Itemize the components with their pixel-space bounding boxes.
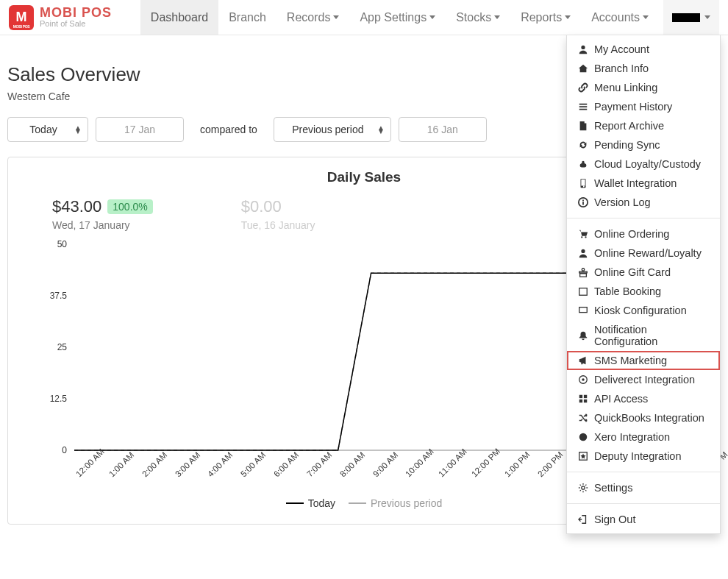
dropdown-sms-marketing[interactable]: SMS Marketing: [567, 351, 720, 370]
previous-date-label: Tue, 16 January: [241, 219, 315, 231]
grid-icon: [577, 394, 588, 404]
dropdown-payment-history[interactable]: Payment History: [567, 97, 720, 116]
svg-point-4: [581, 236, 582, 238]
dropdown-item-label: Online Reward/Loyalty: [594, 247, 702, 259]
x-tick: 7:00 AM: [305, 450, 333, 478]
dropdown-deliverect-integration[interactable]: Deliverect Integration: [567, 370, 720, 389]
x-tick: 3:00 AM: [174, 450, 201, 478]
dropdown-item-label: Menu Linking: [594, 82, 657, 93]
nav-reports[interactable]: Reports: [510, 0, 581, 35]
nav-dashboard[interactable]: Dashboard: [140, 0, 218, 35]
dropdown-wallet-integration[interactable]: Wallet Integration: [567, 174, 720, 193]
dropdown-quickbooks-integration[interactable]: QuickBooks Integration: [567, 408, 720, 427]
svg-rect-0: [581, 180, 585, 186]
dropdown-online-ordering[interactable]: Online Ordering: [567, 224, 720, 244]
svg-rect-12: [579, 399, 582, 402]
svg-rect-2: [582, 202, 584, 205]
updown-icon: ▲▼: [377, 126, 385, 133]
cart-icon: [577, 229, 588, 239]
svg-rect-7: [579, 308, 587, 313]
dropdown-table-booking[interactable]: Table Booking: [567, 282, 720, 301]
dropdown-menu-linking[interactable]: Menu Linking: [567, 78, 720, 97]
home-icon: [577, 63, 588, 74]
nav-records[interactable]: Records: [276, 0, 350, 35]
dropdown-item-label: Deputy Integration: [594, 450, 682, 462]
cloud-user-icon: [577, 159, 588, 169]
bullhorn-icon: [577, 355, 588, 366]
current-summary: $43.00 100.0% Wed, 17 January: [52, 197, 153, 231]
dropdown-deputy-integration[interactable]: Deputy Integration: [567, 447, 720, 466]
dropdown-sign-out[interactable]: Sign Out: [567, 510, 720, 529]
y-axis: 012.52537.550: [45, 244, 71, 450]
brand-subtitle: Point of Sale: [40, 20, 112, 29]
nav-label: Records: [287, 11, 331, 24]
nav-branch[interactable]: Branch: [218, 0, 276, 35]
svg-point-5: [585, 236, 586, 238]
dropdown-online-gift-card[interactable]: Online Gift Card: [567, 263, 720, 282]
link-icon: [577, 82, 588, 93]
compare-range-value: Previous period: [292, 124, 363, 135]
dropdown-my-account[interactable]: My Account: [567, 40, 720, 59]
date-input[interactable]: 17 Jan: [96, 117, 184, 142]
dropdown-item-label: API Access: [594, 393, 648, 405]
dropdown-item-label: Settings: [594, 482, 632, 494]
dropdown-pending-sync[interactable]: Pending Sync: [567, 135, 720, 154]
x-tick: 11:00 AM: [437, 447, 468, 479]
svg-rect-11: [583, 395, 586, 398]
y-tick: 0: [62, 445, 67, 455]
dropdown-api-access[interactable]: API Access: [567, 389, 720, 408]
compare-date-input[interactable]: 16 Jan: [399, 117, 487, 142]
x-tick: 12:00 PM: [470, 447, 502, 478]
dropdown-item-label: Payment History: [594, 101, 672, 113]
nav-label: Branch: [229, 11, 266, 24]
dropdown-xero-integration[interactable]: Xero Integration: [567, 427, 720, 447]
gear-icon: [577, 483, 588, 493]
dropdown-item-label: My Account: [594, 43, 649, 55]
bell-icon: [577, 330, 588, 341]
y-tick: 50: [57, 239, 67, 249]
dropdown-notification-configuration[interactable]: Notification Configuration: [567, 320, 720, 351]
range-select[interactable]: Today ▲▼: [7, 117, 88, 142]
desktop-icon: [577, 305, 588, 316]
dropdown-report-archive[interactable]: Report Archive: [567, 116, 720, 135]
dropdown-branch-info[interactable]: Branch Info: [567, 59, 720, 78]
date-input-value: 17 Jan: [124, 124, 155, 135]
brand[interactable]: M MOBI POS MOBI POS Point of Sale: [9, 5, 112, 30]
dropdown-item-label: Branch Info: [594, 63, 649, 74]
caret-down-icon: [643, 15, 649, 19]
x-tick: 1:00 PM: [503, 450, 532, 479]
user-icon: [577, 44, 588, 54]
dropdown-item-label: Report Archive: [594, 120, 664, 132]
info-icon: [577, 197, 588, 207]
username-redacted: [672, 13, 700, 22]
dropdown-item-label: Wallet Integration: [594, 177, 677, 189]
nav-accounts[interactable]: Accounts: [581, 0, 659, 35]
legend-label-previous: Previous period: [371, 497, 442, 509]
svg-point-14: [579, 433, 587, 441]
dropdown-cloud-loyalty-custody[interactable]: Cloud Loyalty/Custody: [567, 154, 720, 174]
dropdown-item-label: Notification Configuration: [594, 324, 710, 347]
x-tick: 10:00 AM: [404, 447, 435, 479]
brand-title: MOBI POS: [40, 6, 112, 20]
nav-items: DashboardBranchRecordsApp SettingsStocks…: [140, 0, 659, 35]
dropdown-settings[interactable]: Settings: [567, 478, 720, 497]
caret-down-icon: [704, 15, 710, 19]
mobile-icon: [577, 178, 588, 188]
account-menu-toggle[interactable]: [663, 0, 719, 35]
dropdown-online-reward-loyalty[interactable]: Online Reward/Loyalty: [567, 244, 720, 263]
nav-label: Reports: [521, 11, 562, 24]
nav-stocks[interactable]: Stocks: [446, 0, 510, 35]
dropdown-item-label: SMS Marketing: [594, 355, 667, 366]
dropdown-version-log[interactable]: Version Log: [567, 193, 720, 212]
caret-down-icon: [429, 15, 435, 19]
star-box-icon: [577, 451, 588, 461]
dropdown-item-label: Cloud Loyalty/Custody: [594, 158, 701, 170]
svg-rect-6: [579, 288, 587, 296]
account-dropdown: My AccountBranch InfoMenu LinkingPayment…: [566, 35, 721, 532]
dropdown-kiosk-configuration[interactable]: Kiosk Configuration: [567, 301, 720, 320]
dropdown-item-label: Version Log: [594, 196, 651, 208]
dropdown-item-label: Xero Integration: [594, 431, 670, 443]
compare-range-select[interactable]: Previous period ▲▼: [274, 117, 391, 142]
svg-rect-10: [579, 395, 582, 398]
nav-app-settings[interactable]: App Settings: [349, 0, 446, 35]
